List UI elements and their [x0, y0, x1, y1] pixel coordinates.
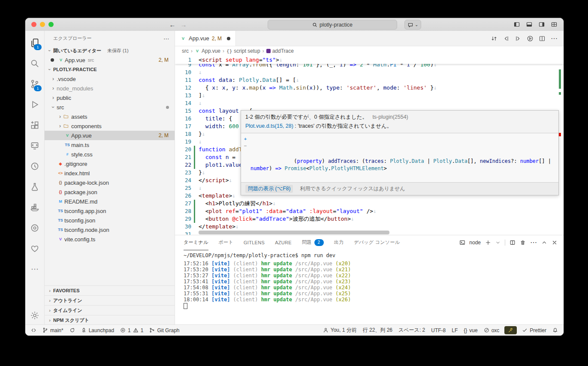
run-debug-activity-button[interactable]: [25, 94, 44, 115]
sidebar-section-アウトライン[interactable]: ›アウトライン: [45, 295, 175, 305]
favorites-activity-button[interactable]: [25, 238, 44, 259]
code-line-28[interactable]: 28 <plot ref="plot1" :data="data" :layou…: [175, 207, 564, 215]
status-problems-counts[interactable]: 11: [117, 325, 146, 336]
status-indentation[interactable]: スペース: 2: [395, 325, 428, 336]
status-language-mode[interactable]: {}vue: [461, 325, 480, 336]
tree-item-index-html[interactable]: <>index.html: [45, 168, 175, 178]
sidebar-section-タイムライン[interactable]: ›タイムライン: [45, 305, 175, 315]
more-views-button[interactable]: ⋯: [25, 259, 44, 279]
sidebar-section-npm-スクリプト[interactable]: ›NPM スクリプト: [45, 315, 175, 325]
source-control-activity-button[interactable]: 1: [25, 74, 44, 94]
close-panel-icon[interactable]: [552, 240, 558, 246]
tree-item-assets[interactable]: ›assets: [45, 112, 175, 121]
settings-button[interactable]: [25, 306, 44, 325]
collapse-icon[interactable]: −: [243, 144, 248, 149]
toggle-primary-sidebar-icon[interactable]: [513, 21, 520, 28]
breadcrumb-addtrace[interactable]: addTrace: [266, 48, 294, 54]
sidebar-more-actions-icon[interactable]: ⋯: [163, 35, 169, 42]
open-editor-item[interactable]: V App.vue src 2, M: [45, 55, 175, 65]
testing-activity-button[interactable]: [25, 177, 44, 197]
status-cursor-position[interactable]: 行 22、列 26: [360, 325, 395, 336]
tree-item-package-lock-json[interactable]: {}package-lock.json: [45, 178, 175, 187]
breadcrumb-src[interactable]: src: [182, 48, 189, 54]
tree-item-style-css[interactable]: #style.css: [45, 150, 175, 159]
remote-explorer-activity-button[interactable]: [25, 135, 44, 156]
split-terminal-icon[interactable]: [510, 240, 516, 246]
explorer-activity-button[interactable]: 1: [25, 33, 44, 53]
tree-item-app-vue[interactable]: VApp.vue2, M: [45, 131, 175, 140]
tree-item-readme-md[interactable]: MREADME.md: [45, 197, 175, 206]
code-line-11[interactable]: 11const data: Plotly.Data[] = [↓: [175, 76, 564, 84]
expand-icon[interactable]: +: [243, 137, 248, 142]
tree-item-package-json[interactable]: {}package.json: [45, 187, 175, 197]
terminal-profile[interactable]: node: [459, 240, 481, 246]
next-change-icon[interactable]: [515, 35, 522, 42]
tree-item-tsconfig-json[interactable]: TStsconfig.json: [45, 216, 175, 225]
panel-tab-デバッグ-コンソール[interactable]: デバッグ コンソール: [354, 235, 400, 250]
tree-item-public[interactable]: ›public: [45, 93, 175, 102]
tree-item-node-modules[interactable]: ›node_modules: [45, 84, 175, 93]
customize-layout-icon[interactable]: [551, 21, 558, 28]
maximize-panel-icon[interactable]: [541, 240, 547, 246]
history-activity-button[interactable]: [25, 156, 44, 177]
unsaved-dot-icon[interactable]: [227, 37, 230, 40]
panel-tab-ターミナル[interactable]: ターミナル: [184, 235, 208, 250]
new-terminal-icon[interactable]: [485, 240, 491, 246]
view-problem-link[interactable]: 問題の表示 (⌥F8): [245, 185, 293, 193]
status-prettier[interactable]: Prettier: [519, 325, 549, 336]
editor[interactable]: 9const x = Array.from({ length: 101 }, (…: [175, 56, 564, 235]
tab-app-vue[interactable]: V App.vue 2, M: [175, 31, 236, 46]
containers-activity-button[interactable]: [25, 197, 44, 218]
status-gitlens-blame[interactable]: You, 1 分前: [320, 325, 360, 336]
code-line-13[interactable]: 13]↓: [175, 92, 564, 99]
panel-tab-問題[interactable]: 問題2: [302, 235, 324, 250]
gitlens-activity-button[interactable]: [25, 218, 44, 238]
status-remote-indicator[interactable]: [28, 325, 39, 336]
status-git-branch[interactable]: main*: [39, 325, 66, 336]
sidebar-section-favorites[interactable]: ›FAVORITES: [45, 285, 175, 295]
toggle-secondary-sidebar-icon[interactable]: [538, 21, 545, 28]
code-line-27[interactable]: 27 <h1>Plotlyの練習</h1>↓: [175, 200, 564, 207]
status-git-graph[interactable]: Git Graph: [146, 325, 182, 336]
project-section[interactable]: › PLOTLY-PRACTICE: [45, 65, 175, 74]
panel-tab-GITLENS[interactable]: GITLENS: [244, 235, 265, 250]
split-editor-icon[interactable]: [539, 35, 546, 42]
run-icon[interactable]: [527, 35, 534, 42]
code-line-29[interactable]: 29 <button @click="addTrace">波形の追加</butt…: [175, 215, 564, 223]
status-notifications-bell[interactable]: [549, 325, 561, 336]
kill-terminal-icon[interactable]: [520, 240, 526, 246]
panel-tab-AZURE[interactable]: AZURE: [275, 235, 292, 250]
terminal-dropdown-icon[interactable]: [495, 240, 501, 245]
minimize-window-button[interactable]: [40, 22, 45, 27]
search-activity-button[interactable]: [25, 53, 44, 74]
chat-button[interactable]: ⌄: [404, 20, 421, 30]
breadcrumb-script-setup[interactable]: {}script setup: [226, 48, 260, 54]
status-oxc[interactable]: oxc: [481, 325, 503, 336]
code-line-10[interactable]: 10↓: [175, 69, 564, 76]
tree-item--vscode[interactable]: ›.vscode: [45, 74, 175, 84]
more-actions-icon[interactable]: ⋯: [551, 35, 558, 42]
tree-item-components[interactable]: ›components: [45, 121, 175, 131]
tree-item--gitignore[interactable]: ◆.gitignore: [45, 159, 175, 168]
status-task-hammer[interactable]: [504, 326, 517, 334]
tree-item-main-ts[interactable]: TSmain.ts: [45, 140, 175, 150]
toggle-panel-icon[interactable]: [526, 21, 533, 28]
zoom-window-button[interactable]: [48, 22, 54, 27]
code-line-12[interactable]: 12 { x: x, y: x.map(x => Math.sin(x)), t…: [175, 84, 564, 92]
status-eol[interactable]: LF: [449, 325, 461, 336]
breadcrumb-app-vue[interactable]: VApp.vue: [195, 48, 220, 54]
code-line-30[interactable]: 30</template>↓: [175, 223, 564, 231]
related-location-link[interactable]: Plot.vue.d.ts(15, 28): [245, 123, 293, 129]
extensions-activity-button[interactable]: [25, 115, 44, 135]
status-encoding[interactable]: UTF-8: [428, 325, 449, 336]
tree-item-tsconfig-app-json[interactable]: TStsconfig.app.json: [45, 206, 175, 216]
nav-forward-button[interactable]: →: [179, 20, 188, 29]
status-gitlens-launchpad[interactable]: Launchpad: [78, 325, 117, 336]
terminal[interactable]: ~/DEVELOP/npmjs/temp/plotly-practice$ np…: [175, 250, 564, 310]
panel-tab-出力[interactable]: 出力: [334, 235, 344, 250]
code-line-14[interactable]: 14↓: [175, 99, 564, 107]
tree-item-src[interactable]: ›src: [45, 102, 175, 112]
sticky-scroll-line[interactable]: 1<script setup lang="ts">↓: [175, 56, 564, 64]
command-center-search[interactable]: plotly-practice: [268, 20, 397, 30]
close-window-button[interactable]: [31, 22, 36, 27]
